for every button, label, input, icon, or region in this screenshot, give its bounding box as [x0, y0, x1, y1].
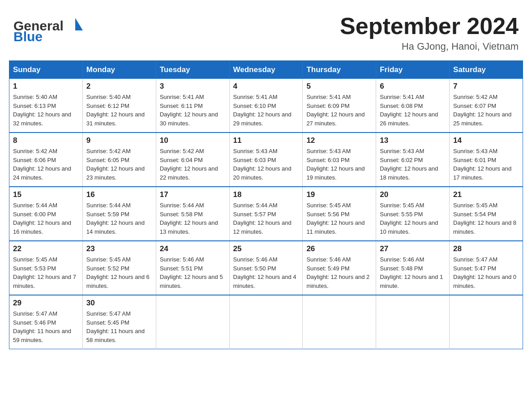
table-row: 30 Sunrise: 5:47 AMSunset: 5:45 PMDaylig…: [82, 295, 156, 349]
day-number: 28: [453, 244, 519, 253]
day-number: 26: [306, 244, 372, 253]
day-info: Sunrise: 5:44 AMSunset: 5:59 PMDaylight:…: [86, 202, 145, 235]
day-info: Sunrise: 5:47 AMSunset: 5:45 PMDaylight:…: [86, 310, 145, 343]
logo-svg: General Blue: [13, 13, 85, 45]
table-row: [229, 295, 303, 349]
calendar-header-row: Sunday Monday Tuesday Wednesday Thursday…: [9, 61, 523, 79]
day-info: Sunrise: 5:40 AMSunset: 6:12 PMDaylight:…: [86, 94, 145, 127]
day-info: Sunrise: 5:42 AMSunset: 6:05 PMDaylight:…: [86, 148, 145, 181]
table-row: 14 Sunrise: 5:43 AMSunset: 6:01 PMDaylig…: [450, 133, 523, 187]
day-info: Sunrise: 5:41 AMSunset: 6:08 PMDaylight:…: [380, 94, 438, 127]
table-row: 5 Sunrise: 5:41 AMSunset: 6:09 PMDayligh…: [303, 79, 376, 133]
table-row: 21 Sunrise: 5:45 AMSunset: 5:54 PMDaylig…: [450, 187, 523, 241]
table-row: 20 Sunrise: 5:45 AMSunset: 5:55 PMDaylig…: [376, 187, 450, 241]
header-wednesday: Wednesday: [229, 61, 303, 79]
day-info: Sunrise: 5:42 AMSunset: 6:06 PMDaylight:…: [13, 148, 71, 181]
day-number: 21: [453, 190, 519, 199]
day-info: Sunrise: 5:43 AMSunset: 6:03 PMDaylight:…: [233, 148, 292, 181]
location: Ha GJong, Hanoi, Vietnam: [340, 41, 519, 52]
day-number: 24: [160, 244, 226, 253]
table-row: 19 Sunrise: 5:45 AMSunset: 5:56 PMDaylig…: [303, 187, 376, 241]
day-info: Sunrise: 5:43 AMSunset: 6:03 PMDaylight:…: [306, 148, 365, 181]
day-info: Sunrise: 5:44 AMSunset: 5:57 PMDaylight:…: [233, 202, 292, 235]
day-info: Sunrise: 5:42 AMSunset: 6:07 PMDaylight:…: [453, 94, 511, 127]
day-info: Sunrise: 5:40 AMSunset: 6:13 PMDaylight:…: [13, 94, 71, 127]
header-friday: Friday: [376, 61, 450, 79]
day-info: Sunrise: 5:45 AMSunset: 5:52 PMDaylight:…: [86, 256, 150, 289]
table-row: 26 Sunrise: 5:46 AMSunset: 5:49 PMDaylig…: [303, 241, 376, 295]
header-sunday: Sunday: [9, 61, 83, 79]
day-number: 8: [13, 136, 79, 145]
table-row: 15 Sunrise: 5:44 AMSunset: 6:00 PMDaylig…: [9, 187, 83, 241]
day-number: 6: [380, 82, 446, 91]
svg-text:Blue: Blue: [13, 29, 43, 44]
day-info: Sunrise: 5:45 AMSunset: 5:53 PMDaylight:…: [13, 256, 76, 289]
header-saturday: Saturday: [450, 61, 523, 79]
day-info: Sunrise: 5:47 AMSunset: 5:46 PMDaylight:…: [13, 310, 71, 343]
table-row: 16 Sunrise: 5:44 AMSunset: 5:59 PMDaylig…: [82, 187, 156, 241]
day-number: 10: [160, 136, 226, 145]
table-row: 10 Sunrise: 5:42 AMSunset: 6:04 PMDaylig…: [156, 133, 229, 187]
day-number: 19: [306, 190, 372, 199]
table-row: 6 Sunrise: 5:41 AMSunset: 6:08 PMDayligh…: [376, 79, 450, 133]
table-row: 4 Sunrise: 5:41 AMSunset: 6:10 PMDayligh…: [229, 79, 303, 133]
header-tuesday: Tuesday: [156, 61, 229, 79]
calendar-week-row: 1 Sunrise: 5:40 AMSunset: 6:13 PMDayligh…: [9, 79, 523, 133]
table-row: [156, 295, 229, 349]
calendar-week-row: 8 Sunrise: 5:42 AMSunset: 6:06 PMDayligh…: [9, 133, 523, 187]
table-row: 12 Sunrise: 5:43 AMSunset: 6:03 PMDaylig…: [303, 133, 376, 187]
table-row: 8 Sunrise: 5:42 AMSunset: 6:06 PMDayligh…: [9, 133, 83, 187]
day-number: 30: [86, 299, 152, 308]
day-number: 13: [380, 136, 446, 145]
table-row: 27 Sunrise: 5:46 AMSunset: 5:48 PMDaylig…: [376, 241, 450, 295]
day-info: Sunrise: 5:45 AMSunset: 5:56 PMDaylight:…: [306, 202, 365, 235]
day-number: 9: [86, 136, 152, 145]
logo: General Blue: [13, 13, 85, 45]
page-header: General Blue September 2024 Ha GJong, Ha…: [9, 9, 523, 52]
day-number: 29: [13, 299, 79, 308]
day-info: Sunrise: 5:41 AMSunset: 6:11 PMDaylight:…: [160, 94, 218, 127]
day-info: Sunrise: 5:41 AMSunset: 6:10 PMDaylight:…: [233, 94, 292, 127]
day-info: Sunrise: 5:45 AMSunset: 5:55 PMDaylight:…: [380, 202, 438, 235]
table-row: 11 Sunrise: 5:43 AMSunset: 6:03 PMDaylig…: [229, 133, 303, 187]
day-number: 1: [13, 82, 79, 91]
day-info: Sunrise: 5:42 AMSunset: 6:04 PMDaylight:…: [160, 148, 218, 181]
table-row: 17 Sunrise: 5:44 AMSunset: 5:58 PMDaylig…: [156, 187, 229, 241]
day-number: 27: [380, 244, 446, 253]
header-monday: Monday: [82, 61, 156, 79]
table-row: 1 Sunrise: 5:40 AMSunset: 6:13 PMDayligh…: [9, 79, 83, 133]
day-number: 23: [86, 244, 152, 253]
day-info: Sunrise: 5:46 AMSunset: 5:51 PMDaylight:…: [160, 256, 223, 289]
day-number: 12: [306, 136, 372, 145]
day-number: 2: [86, 82, 152, 91]
day-info: Sunrise: 5:43 AMSunset: 6:02 PMDaylight:…: [380, 148, 438, 181]
day-info: Sunrise: 5:46 AMSunset: 5:48 PMDaylight:…: [380, 256, 443, 289]
day-number: 3: [160, 82, 226, 91]
day-number: 16: [86, 190, 152, 199]
day-info: Sunrise: 5:46 AMSunset: 5:50 PMDaylight:…: [233, 256, 296, 289]
day-number: 7: [453, 82, 519, 91]
day-number: 4: [233, 82, 299, 91]
day-number: 11: [233, 136, 299, 145]
svg-marker-1: [75, 18, 83, 30]
table-row: 2 Sunrise: 5:40 AMSunset: 6:12 PMDayligh…: [82, 79, 156, 133]
table-row: 7 Sunrise: 5:42 AMSunset: 6:07 PMDayligh…: [450, 79, 523, 133]
table-row: [376, 295, 450, 349]
day-number: 15: [13, 190, 79, 199]
title-block: September 2024 Ha GJong, Hanoi, Vietnam: [340, 13, 519, 52]
day-info: Sunrise: 5:46 AMSunset: 5:49 PMDaylight:…: [306, 256, 369, 289]
calendar-table: Sunday Monday Tuesday Wednesday Thursday…: [9, 60, 523, 349]
day-info: Sunrise: 5:47 AMSunset: 5:47 PMDaylight:…: [453, 256, 516, 289]
day-number: 14: [453, 136, 519, 145]
table-row: 3 Sunrise: 5:41 AMSunset: 6:11 PMDayligh…: [156, 79, 229, 133]
table-row: 9 Sunrise: 5:42 AMSunset: 6:05 PMDayligh…: [82, 133, 156, 187]
day-info: Sunrise: 5:44 AMSunset: 5:58 PMDaylight:…: [160, 202, 218, 235]
table-row: 22 Sunrise: 5:45 AMSunset: 5:53 PMDaylig…: [9, 241, 83, 295]
table-row: 29 Sunrise: 5:47 AMSunset: 5:46 PMDaylig…: [9, 295, 83, 349]
table-row: 13 Sunrise: 5:43 AMSunset: 6:02 PMDaylig…: [376, 133, 450, 187]
table-row: [303, 295, 376, 349]
day-number: 18: [233, 190, 299, 199]
calendar-week-row: 29 Sunrise: 5:47 AMSunset: 5:46 PMDaylig…: [9, 295, 523, 349]
day-info: Sunrise: 5:45 AMSunset: 5:54 PMDaylight:…: [453, 202, 516, 235]
table-row: 28 Sunrise: 5:47 AMSunset: 5:47 PMDaylig…: [450, 241, 523, 295]
